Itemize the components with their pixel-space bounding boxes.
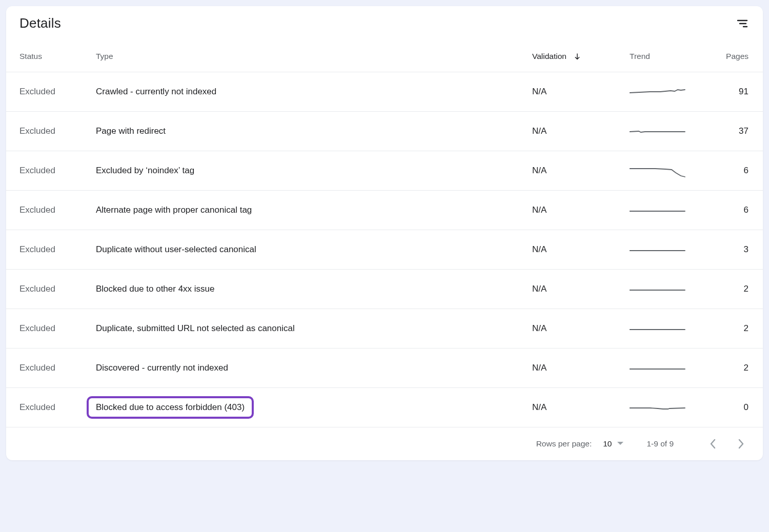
cell-status: Excluded <box>6 230 96 269</box>
column-header-validation-label: Validation <box>532 52 566 60</box>
cell-pages: 2 <box>717 269 763 309</box>
trend-sparkline <box>630 400 686 415</box>
table-row[interactable]: ExcludedPage with redirectN/A37 <box>6 111 763 151</box>
column-header-validation[interactable]: Validation <box>532 37 630 72</box>
details-card: Details Status Type Validation Trend Pag… <box>6 6 763 460</box>
cell-status: Excluded <box>6 309 96 348</box>
cell-validation: N/A <box>532 348 630 387</box>
cell-trend <box>630 387 717 427</box>
table-row[interactable]: ExcludedCrawled - currently not indexedN… <box>6 72 763 111</box>
cell-trend <box>630 151 717 190</box>
table-row[interactable]: ExcludedAlternate page with proper canon… <box>6 190 763 230</box>
column-header-trend[interactable]: Trend <box>630 37 717 72</box>
cell-type: Discovered - currently not indexed <box>96 348 532 387</box>
cell-pages: 6 <box>717 151 763 190</box>
details-table: Status Type Validation Trend Pages Exclu… <box>6 37 763 427</box>
cell-type: Page with redirect <box>96 111 532 151</box>
rows-per-page-label: Rows per page: <box>536 439 592 448</box>
cell-trend <box>630 230 717 269</box>
table-row[interactable]: ExcludedDiscovered - currently not index… <box>6 348 763 387</box>
cell-status: Excluded <box>6 348 96 387</box>
column-header-pages[interactable]: Pages <box>717 37 763 72</box>
cell-trend <box>630 111 717 151</box>
column-header-status[interactable]: Status <box>6 37 96 72</box>
table-row[interactable]: ExcludedDuplicate without user-selected … <box>6 230 763 269</box>
chevron-right-icon <box>738 439 744 449</box>
trend-sparkline <box>630 85 686 99</box>
rows-per-page: Rows per page: 10 <box>536 439 624 448</box>
trend-sparkline <box>630 163 686 178</box>
cell-pages: 3 <box>717 230 763 269</box>
column-header-type[interactable]: Type <box>96 37 532 72</box>
cell-status: Excluded <box>6 111 96 151</box>
cell-validation: N/A <box>532 72 630 111</box>
cell-trend <box>630 269 717 309</box>
cell-pages: 37 <box>717 111 763 151</box>
cell-validation: N/A <box>532 309 630 348</box>
sort-descending-icon <box>573 52 582 62</box>
trend-sparkline <box>630 361 686 375</box>
trend-sparkline <box>630 282 686 296</box>
trend-sparkline <box>630 203 686 217</box>
rows-per-page-value: 10 <box>603 439 612 448</box>
prev-page-button[interactable] <box>705 437 720 451</box>
cell-trend <box>630 348 717 387</box>
cell-status: Excluded <box>6 190 96 230</box>
chevron-left-icon <box>710 439 716 449</box>
table-row[interactable]: ExcludedExcluded by ‘noindex’ tagN/A6 <box>6 151 763 190</box>
cell-validation: N/A <box>532 387 630 427</box>
cell-type: Crawled - currently not indexed <box>96 72 532 111</box>
cell-pages: 0 <box>717 387 763 427</box>
cell-trend <box>630 190 717 230</box>
cell-type: Duplicate without user-selected canonica… <box>96 230 532 269</box>
filter-button[interactable] <box>735 16 750 31</box>
next-page-button[interactable] <box>734 437 748 451</box>
trend-sparkline <box>630 321 686 336</box>
cell-type: Blocked due to other 4xx issue <box>96 269 532 309</box>
dropdown-icon <box>617 441 624 446</box>
table-row[interactable]: ExcludedBlocked due to access forbidden … <box>6 387 763 427</box>
cell-pages: 2 <box>717 309 763 348</box>
pagination-bar: Rows per page: 10 1-9 of 9 <box>6 427 763 456</box>
cell-status: Excluded <box>6 151 96 190</box>
table-header-row: Status Type Validation Trend Pages <box>6 37 763 72</box>
table-row[interactable]: ExcludedDuplicate, submitted URL not sel… <box>6 309 763 348</box>
cell-trend <box>630 309 717 348</box>
cell-type: Excluded by ‘noindex’ tag <box>96 151 532 190</box>
card-header: Details <box>6 6 763 37</box>
cell-validation: N/A <box>532 190 630 230</box>
trend-sparkline <box>630 242 686 257</box>
cell-type: Duplicate, submitted URL not selected as… <box>96 309 532 348</box>
card-title: Details <box>19 15 61 31</box>
highlight-box: Blocked due to access forbidden (403) <box>87 396 254 419</box>
cell-type: Blocked due to access forbidden (403) <box>96 387 532 427</box>
table-row[interactable]: ExcludedBlocked due to other 4xx issueN/… <box>6 269 763 309</box>
cell-type: Alternate page with proper canonical tag <box>96 190 532 230</box>
cell-validation: N/A <box>532 230 630 269</box>
rows-per-page-select[interactable]: 10 <box>603 439 624 448</box>
filter-icon <box>736 17 748 30</box>
cell-status: Excluded <box>6 72 96 111</box>
cell-pages: 2 <box>717 348 763 387</box>
pagination-nav <box>705 437 748 451</box>
cell-trend <box>630 72 717 111</box>
cell-pages: 91 <box>717 72 763 111</box>
cell-status: Excluded <box>6 269 96 309</box>
trend-sparkline <box>630 124 686 138</box>
cell-pages: 6 <box>717 190 763 230</box>
cell-validation: N/A <box>532 111 630 151</box>
cell-validation: N/A <box>532 151 630 190</box>
page-range: 1-9 of 9 <box>646 439 674 448</box>
cell-status: Excluded <box>6 387 96 427</box>
cell-validation: N/A <box>532 269 630 309</box>
